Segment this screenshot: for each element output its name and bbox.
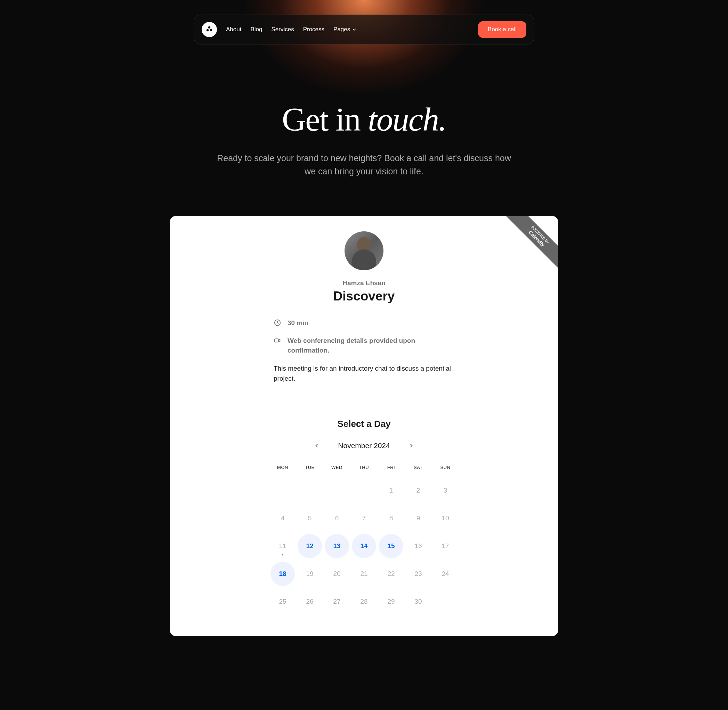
host-name: Hamza Ehsan bbox=[184, 279, 544, 287]
calendar-day-unavailable: 28 bbox=[350, 588, 378, 615]
calendar-day-unavailable: 10 bbox=[432, 505, 459, 532]
next-month-button[interactable] bbox=[407, 441, 416, 450]
month-label: November 2024 bbox=[338, 442, 390, 450]
calendar-grid: MONTUEWEDTHUFRISATSUN1234567891011121314… bbox=[184, 462, 544, 615]
svg-point-1 bbox=[206, 29, 209, 31]
calendar-day-unavailable: 7 bbox=[350, 505, 378, 532]
day-select-section: Select a Day November 2024 MONTUEWEDTHUF… bbox=[170, 401, 558, 636]
calendar-day-unavailable: 1 bbox=[378, 477, 405, 504]
calendar-day-unavailable: 3 bbox=[432, 477, 459, 504]
meeting-description: This meeting is for an introductory chat… bbox=[274, 363, 454, 384]
calendar-dow: SAT bbox=[405, 462, 432, 476]
meeting-header: Hamza Ehsan Discovery 30 min Web confere… bbox=[170, 216, 558, 401]
calendar-day-unavailable: 22 bbox=[378, 560, 405, 587]
calendar-day-unavailable: 5 bbox=[296, 505, 323, 532]
calendar-day-unavailable: 16 bbox=[405, 532, 432, 560]
calendar-dow: THU bbox=[350, 462, 378, 476]
calendar-day-unavailable: 30 bbox=[405, 588, 432, 615]
calendar-day-unavailable: 23 bbox=[405, 560, 432, 587]
logo[interactable] bbox=[201, 22, 217, 37]
select-day-title: Select a Day bbox=[184, 418, 544, 429]
duration-row: 30 min bbox=[274, 318, 454, 328]
calendar-day-unavailable: 9 bbox=[405, 505, 432, 532]
main-nav: About Blog Services Process Pages Book a… bbox=[194, 15, 534, 44]
calendar-day-unavailable: 6 bbox=[323, 505, 350, 532]
calendar-day-unavailable: 24 bbox=[432, 560, 459, 587]
calendar-day-unavailable: 19 bbox=[296, 560, 323, 587]
calendar-day-unavailable: 21 bbox=[350, 560, 378, 587]
calendar-blank bbox=[296, 477, 323, 504]
logo-icon bbox=[205, 25, 213, 34]
calendar-day-unavailable: 2 bbox=[405, 477, 432, 504]
nav-link-about[interactable]: About bbox=[226, 26, 241, 33]
page-subtitle: Ready to scale your brand to new heights… bbox=[211, 152, 517, 178]
month-row: November 2024 bbox=[184, 441, 544, 450]
chevron-right-icon bbox=[409, 443, 414, 448]
svg-point-2 bbox=[210, 29, 212, 31]
book-call-button[interactable]: Book a call bbox=[478, 21, 527, 38]
hero: Get in touch. Ready to scale your brand … bbox=[0, 100, 728, 178]
calendar-day-unavailable: 20 bbox=[323, 560, 350, 587]
svg-rect-4 bbox=[275, 339, 278, 342]
calendar-dow: MON bbox=[269, 462, 296, 476]
calendar-day-unavailable: 26 bbox=[296, 588, 323, 615]
calendar-day-unavailable: 25 bbox=[269, 588, 296, 615]
calendar-blank bbox=[350, 477, 378, 504]
nav-link-services[interactable]: Services bbox=[271, 26, 294, 33]
calendar-dow: TUE bbox=[296, 462, 323, 476]
nav-link-blog[interactable]: Blog bbox=[250, 26, 262, 33]
nav-link-process[interactable]: Process bbox=[303, 26, 324, 33]
calendar-day-unavailable: 17 bbox=[432, 532, 459, 560]
nav-links: About Blog Services Process Pages bbox=[226, 26, 356, 33]
clock-icon bbox=[274, 319, 281, 327]
calendar-dow: FRI bbox=[378, 462, 405, 476]
svg-point-0 bbox=[208, 26, 210, 28]
calendar-day-available[interactable]: 18 bbox=[269, 560, 296, 587]
calendar-day-available[interactable]: 15 bbox=[378, 532, 405, 560]
calendly-card: POWERED BY Calendly Hamza Ehsan Discover… bbox=[170, 216, 558, 636]
calendar-day-available[interactable]: 12 bbox=[296, 532, 323, 560]
calendar-blank bbox=[269, 477, 296, 504]
calendar-day-unavailable: 4 bbox=[269, 505, 296, 532]
prev-month-button[interactable] bbox=[312, 441, 321, 450]
calendar-day-available[interactable]: 13 bbox=[323, 532, 350, 560]
chevron-left-icon bbox=[314, 443, 319, 448]
calendar-day-unavailable: 8 bbox=[378, 505, 405, 532]
nav-link-pages[interactable]: Pages bbox=[334, 26, 356, 33]
calendar-day-unavailable: 11 bbox=[269, 532, 296, 560]
host-avatar bbox=[344, 231, 384, 270]
calendar-dow: SUN bbox=[432, 462, 459, 476]
calendar-dow: WED bbox=[323, 462, 350, 476]
calendar-day-available[interactable]: 14 bbox=[350, 532, 378, 560]
meeting-title: Discovery bbox=[184, 289, 544, 304]
chevron-down-icon bbox=[352, 28, 356, 32]
calendar-day-unavailable: 29 bbox=[378, 588, 405, 615]
calendar-day-unavailable: 27 bbox=[323, 588, 350, 615]
location-row: Web conferencing details provided upon c… bbox=[274, 336, 454, 356]
video-icon bbox=[274, 337, 281, 344]
calendar-blank bbox=[323, 477, 350, 504]
page-title: Get in touch. bbox=[0, 100, 728, 139]
powered-by-ribbon[interactable]: POWERED BY Calendly bbox=[502, 216, 558, 271]
